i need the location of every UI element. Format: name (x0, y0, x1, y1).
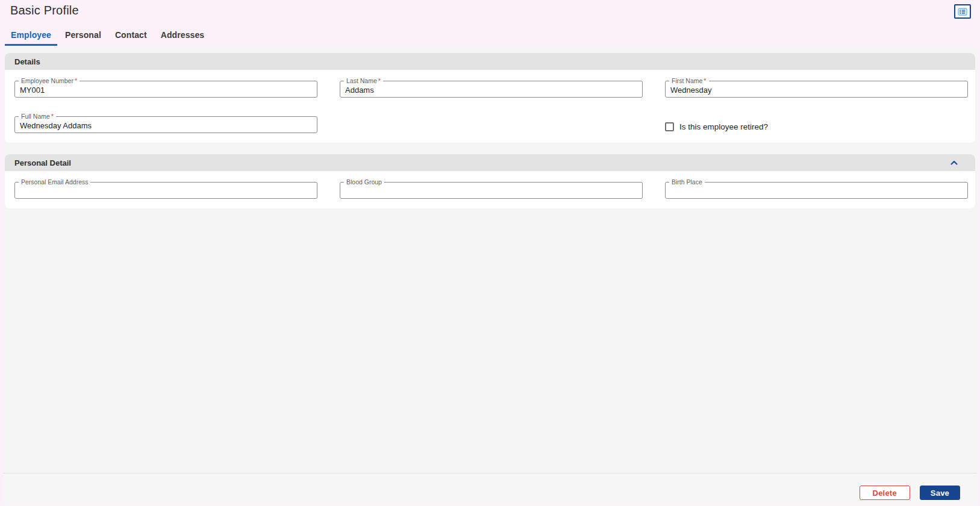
full-name-label: Full Name* (19, 113, 56, 120)
employee-number-input[interactable] (15, 86, 317, 98)
chevron-up-icon (950, 160, 958, 165)
tab-personal[interactable]: Personal (59, 24, 107, 46)
details-section-title: Details (14, 57, 40, 66)
required-marker: * (51, 113, 54, 120)
tab-contact[interactable]: Contact (109, 24, 153, 46)
delete-button[interactable]: Delete (860, 486, 910, 500)
personal-detail-section-header: Personal Detail (5, 154, 975, 171)
tab-bar: Employee Personal Contact Addresses (5, 24, 980, 46)
full-name-field: Full Name* (14, 113, 317, 133)
first-name-field: First Name* (665, 78, 968, 98)
save-button[interactable]: Save (920, 486, 960, 500)
full-name-input[interactable] (15, 121, 317, 133)
personal-detail-section-body: Personal Email Address Blood Group Birth… (5, 171, 975, 208)
list-view-toggle-button[interactable] (954, 4, 971, 19)
birth-place-input[interactable] (666, 187, 967, 199)
blood-group-input[interactable] (340, 187, 642, 199)
employee-number-label: Employee Number* (19, 78, 80, 84)
page-title: Basic Profile (10, 4, 79, 17)
details-section: Details Employee Number* Last Name* Firs… (5, 53, 975, 143)
page-header: Basic Profile (0, 0, 980, 24)
list-view-icon (958, 8, 967, 16)
first-name-input[interactable] (666, 86, 967, 98)
personal-detail-section: Personal Detail Personal Email Address B… (5, 154, 975, 208)
required-marker: * (75, 77, 77, 84)
blood-group-field: Blood Group (340, 179, 643, 199)
retired-checkbox-row: Is this employee retired? (665, 120, 968, 133)
details-section-header: Details (5, 53, 975, 70)
last-name-label: Last Name* (344, 78, 383, 84)
required-marker: * (704, 77, 706, 84)
required-marker: * (378, 77, 381, 84)
last-name-field: Last Name* (340, 78, 643, 98)
page: Basic Profile Employee Personal Contact … (0, 0, 980, 505)
details-section-body: Employee Number* Last Name* First Name* … (5, 70, 975, 143)
personal-email-label: Personal Email Address (19, 179, 90, 186)
employee-number-field: Employee Number* (14, 78, 317, 98)
personal-email-input[interactable] (15, 187, 317, 199)
content-panel: Details Employee Number* Last Name* Firs… (3, 46, 977, 505)
birth-place-label: Birth Place (669, 179, 705, 186)
birth-place-field: Birth Place (665, 179, 968, 199)
retired-checkbox[interactable] (665, 122, 674, 131)
action-bar: Delete Save (3, 473, 977, 505)
tab-addresses[interactable]: Addresses (155, 24, 211, 46)
retired-checkbox-label: Is this employee retired? (679, 122, 768, 131)
collapse-section-button[interactable] (949, 159, 959, 166)
personal-detail-section-title: Personal Detail (14, 158, 71, 167)
personal-email-field: Personal Email Address (14, 179, 317, 199)
first-name-label: First Name* (669, 78, 709, 84)
blood-group-label: Blood Group (344, 179, 384, 186)
tab-employee[interactable]: Employee (5, 24, 57, 46)
last-name-input[interactable] (340, 86, 642, 98)
